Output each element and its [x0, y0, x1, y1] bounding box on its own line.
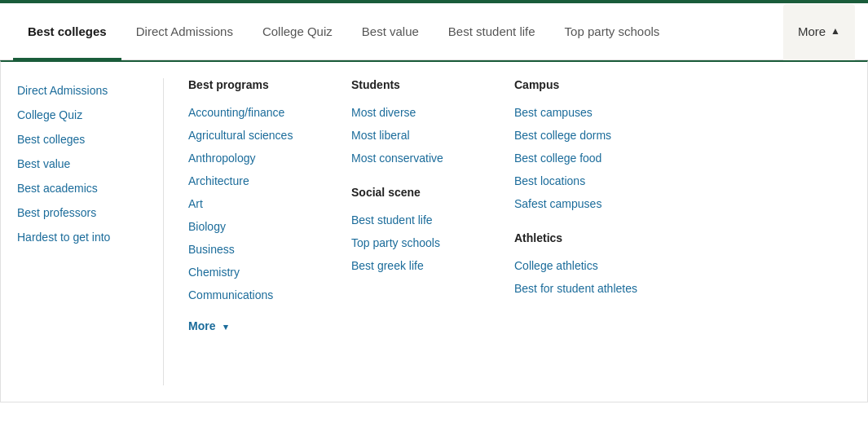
link-most-conservative[interactable]: Most conservative	[351, 147, 482, 169]
sidebar-item-hardest-to-get-into[interactable]: Hardest to get into	[17, 225, 147, 249]
link-best-college-dorms[interactable]: Best college dorms	[514, 124, 645, 147]
top-nav: Best colleges Direct Admissions College …	[0, 3, 868, 60]
campus-col: Campus Best campuses Best college dorms …	[498, 78, 661, 385]
more-label: More	[798, 24, 826, 38]
nav-item-top-party-schools[interactable]: Top party schools	[550, 4, 675, 60]
link-best-campuses[interactable]: Best campuses	[514, 101, 645, 124]
link-best-for-student-athletes[interactable]: Best for student athletes	[514, 277, 645, 300]
nav-item-best-colleges[interactable]: Best colleges	[13, 4, 121, 60]
link-best-student-life[interactable]: Best student life	[351, 209, 482, 231]
sidebar-item-best-value[interactable]: Best value	[17, 152, 147, 176]
sidebar-item-direct-admissions[interactable]: Direct Admissions	[17, 78, 147, 103]
sidebar-item-best-professors[interactable]: Best professors	[17, 200, 147, 225]
link-architecture[interactable]: Architecture	[188, 169, 319, 192]
link-business[interactable]: Business	[188, 238, 319, 261]
best-programs-heading: Best programs	[188, 78, 319, 91]
sidebar-item-college-quiz[interactable]: College Quiz	[17, 103, 147, 127]
dropdown-panel: Direct Admissions College Quiz Best coll…	[0, 60, 868, 402]
students-heading: Students	[351, 78, 482, 91]
dropdown-columns: Best programs Accounting/finance Agricul…	[164, 78, 867, 385]
best-programs-more-label: More	[188, 319, 215, 332]
link-most-diverse[interactable]: Most diverse	[351, 101, 482, 124]
more-chevron-icon: ▲	[831, 25, 840, 37]
best-programs-col: Best programs Accounting/finance Agricul…	[172, 78, 335, 385]
best-programs-more-link[interactable]: More ▾	[188, 314, 319, 337]
social-scene-heading: Social scene	[351, 186, 482, 199]
link-communications[interactable]: Communications	[188, 284, 319, 306]
link-art[interactable]: Art	[188, 192, 319, 215]
link-anthropology[interactable]: Anthropology	[188, 147, 319, 169]
nav-item-direct-admissions[interactable]: Direct Admissions	[121, 4, 248, 60]
link-chemistry[interactable]: Chemistry	[188, 261, 319, 284]
link-best-locations[interactable]: Best locations	[514, 169, 645, 192]
nav-item-best-student-life[interactable]: Best student life	[434, 4, 550, 60]
sidebar-item-best-academics[interactable]: Best academics	[17, 176, 147, 200]
link-biology[interactable]: Biology	[188, 215, 319, 238]
link-best-greek-life[interactable]: Best greek life	[351, 254, 482, 277]
link-best-college-food[interactable]: Best college food	[514, 147, 645, 169]
campus-heading: Campus	[514, 78, 645, 91]
sidebar-links: Direct Admissions College Quiz Best coll…	[1, 78, 164, 385]
athletics-heading: Athletics	[514, 231, 645, 244]
nav-item-best-value[interactable]: Best value	[347, 4, 434, 60]
link-college-athletics[interactable]: College athletics	[514, 254, 645, 277]
sidebar-item-best-colleges[interactable]: Best colleges	[17, 127, 147, 152]
best-programs-more-chevron-icon: ▾	[223, 322, 228, 332]
students-col: Students Most diverse Most liberal Most …	[335, 78, 498, 385]
nav-item-college-quiz[interactable]: College Quiz	[248, 4, 347, 60]
link-top-party-schools[interactable]: Top party schools	[351, 231, 482, 254]
nav-item-more[interactable]: More ▲	[783, 4, 855, 60]
link-most-liberal[interactable]: Most liberal	[351, 124, 482, 147]
link-agricultural-sciences[interactable]: Agricultural sciences	[188, 124, 319, 147]
link-safest-campuses[interactable]: Safest campuses	[514, 192, 645, 215]
link-accounting-finance[interactable]: Accounting/finance	[188, 101, 319, 124]
